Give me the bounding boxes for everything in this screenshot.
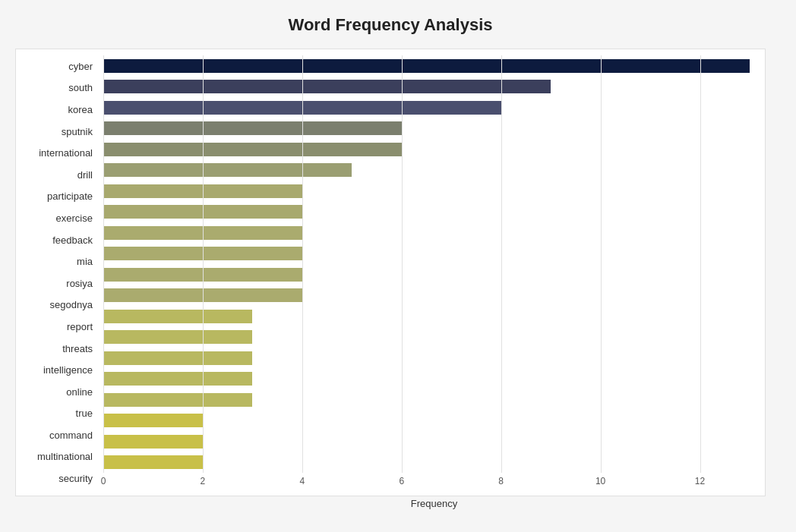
bar-row	[103, 370, 750, 387]
bar	[103, 372, 252, 386]
bar	[103, 310, 252, 323]
bar-row	[103, 454, 750, 471]
y-label: true	[16, 408, 97, 418]
chart-title: Word Frequency Analysis	[15, 15, 766, 35]
bar-row	[103, 433, 750, 450]
y-label: drill	[16, 170, 97, 180]
bar	[103, 288, 302, 302]
bars-area: 024681012 Frequency	[103, 49, 765, 496]
bar-row	[103, 225, 750, 241]
bar-row	[103, 120, 750, 137]
grid-lines	[103, 55, 750, 473]
chart-area: cybersouthkoreasputnikinternationaldrill…	[15, 49, 766, 496]
x-axis-label: 10	[595, 476, 605, 486]
y-label: participate	[16, 191, 97, 201]
bar-row	[103, 99, 750, 116]
y-axis: cybersouthkoreasputnikinternationaldrill…	[16, 49, 103, 496]
y-label: sputnik	[16, 127, 97, 137]
bar-row	[103, 183, 750, 200]
grid-line	[103, 55, 104, 473]
bar	[103, 351, 252, 365]
grid-line	[402, 55, 403, 473]
bar-row	[103, 162, 750, 178]
y-label: intelligence	[16, 365, 97, 375]
x-axis-label: 2	[201, 476, 206, 486]
y-label: feedback	[16, 235, 97, 245]
y-label: south	[16, 83, 97, 93]
y-label: segodnya	[16, 300, 97, 310]
y-label: cyber	[16, 61, 97, 71]
bar	[103, 226, 302, 240]
chart-container: Word Frequency Analysis cybersouthkoreas…	[0, 0, 796, 532]
bar-row	[103, 329, 750, 345]
bar-row	[103, 78, 750, 95]
bar-row	[103, 245, 750, 262]
bar-row	[103, 308, 750, 325]
x-axis-label: 0	[101, 476, 106, 486]
y-label: command	[16, 430, 97, 440]
bar	[103, 121, 402, 135]
y-label: rosiya	[16, 279, 97, 288]
bar	[103, 414, 203, 427]
bar	[103, 143, 402, 156]
grid-line	[700, 55, 701, 473]
bar-row	[103, 266, 750, 283]
x-axis-title: Frequency	[411, 498, 457, 509]
grid-line	[203, 55, 204, 473]
y-label: exercise	[16, 213, 97, 223]
bar	[103, 59, 750, 73]
bar	[103, 205, 302, 219]
bar-row	[103, 141, 750, 158]
bar-row	[103, 58, 750, 74]
bar	[103, 435, 203, 449]
x-axis-label: 12	[695, 476, 705, 486]
y-label: korea	[16, 105, 97, 115]
bar	[103, 101, 501, 115]
y-label: mia	[16, 257, 97, 266]
bar	[103, 268, 302, 282]
bar	[103, 163, 352, 177]
bar-row	[103, 392, 750, 408]
x-axis-label: 6	[399, 476, 404, 486]
y-label: report	[16, 322, 97, 332]
bar	[103, 80, 551, 93]
bar	[103, 184, 302, 198]
bar	[103, 393, 252, 407]
bar-row	[103, 412, 750, 429]
bar-row	[103, 350, 750, 367]
grid-line	[302, 55, 303, 473]
bar	[103, 247, 302, 260]
x-axis-label: 4	[300, 476, 305, 486]
bar	[103, 455, 203, 469]
y-label: international	[16, 148, 97, 158]
y-label: security	[16, 474, 97, 483]
y-label: threats	[16, 344, 97, 354]
grid-line	[601, 55, 602, 473]
grid-line	[501, 55, 502, 473]
y-label: online	[16, 387, 97, 397]
bar	[103, 330, 252, 344]
bar-row	[103, 287, 750, 304]
x-axis-label: 8	[498, 476, 504, 486]
bar-row	[103, 203, 750, 220]
y-label: multinational	[16, 452, 97, 461]
